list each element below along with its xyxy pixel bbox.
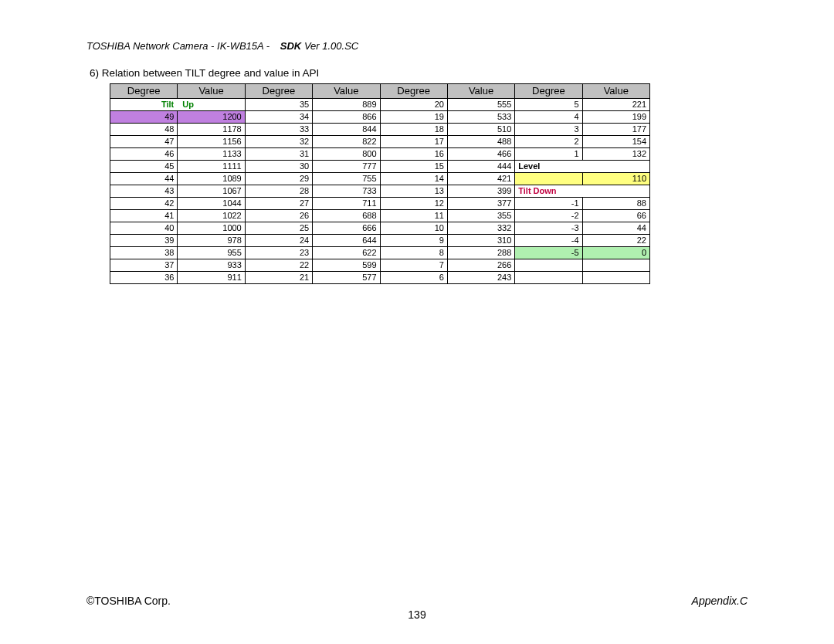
- table-row: 36911215776243: [110, 272, 650, 284]
- cell-degree: -1: [515, 198, 582, 210]
- cell-degree: 9: [380, 235, 447, 247]
- cell-value: 288: [447, 247, 514, 259]
- cell-degree: 29: [245, 173, 312, 185]
- cell-degree: 38: [110, 247, 178, 259]
- table-row: 48117833844185103177: [110, 124, 650, 136]
- tilt-table: Degree Value Degree Value Degree Value D…: [110, 83, 650, 284]
- cell-degree: 31: [245, 148, 312, 161]
- cell-value: 688: [313, 210, 380, 222]
- cell-value: 1067: [178, 185, 245, 198]
- cell-value: 800: [313, 148, 380, 161]
- cell-degree: 22: [245, 259, 312, 272]
- cell-value: 1111: [178, 161, 245, 173]
- cell-value: 1156: [178, 136, 245, 148]
- cell-value: 711: [313, 198, 380, 210]
- cell-degree: 17: [380, 136, 447, 148]
- cell-value: 844: [313, 124, 380, 136]
- cell-degree: 21: [245, 272, 312, 284]
- cell-value: 266: [447, 259, 514, 272]
- page-number: 139: [86, 608, 748, 621]
- cell-degree: 13: [380, 185, 447, 198]
- cell-degree: 5: [515, 99, 582, 111]
- cell-degree: 20: [380, 99, 447, 111]
- cell-value: 488: [447, 136, 514, 148]
- section-title: 6) Relation between TILT degree and valu…: [90, 67, 748, 79]
- cell-value: 1000: [178, 222, 245, 235]
- cell-value: 0: [582, 247, 649, 259]
- cell-degree: -3: [515, 222, 582, 235]
- col-header: Value: [582, 84, 649, 99]
- cell-degree: 41: [110, 210, 178, 222]
- cell-value: 44: [582, 222, 649, 235]
- table-row: 4310672873313399Tilt Down: [110, 185, 650, 198]
- cell-value: [582, 272, 649, 284]
- cell-degree: 23: [245, 247, 312, 259]
- cell-value: 310: [447, 235, 514, 247]
- col-header: Value: [447, 84, 514, 99]
- cell-degree: 7: [380, 259, 447, 272]
- table-header-row: Degree Value Degree Value Degree Value D…: [110, 84, 650, 99]
- cell-degree: -2: [515, 210, 582, 222]
- cell-degree: 46: [110, 148, 178, 161]
- cell-value: 911: [178, 272, 245, 284]
- table-row: 46113331800164661132: [110, 148, 650, 161]
- cell-value: 599: [313, 259, 380, 272]
- cell-degree: 34: [245, 111, 312, 124]
- cell-value: 533: [447, 111, 514, 124]
- cell-value: 110: [582, 173, 649, 185]
- cell-value: 332: [447, 222, 514, 235]
- cell-value: 88: [582, 198, 649, 210]
- cell-value: 132: [582, 148, 649, 161]
- cell-degree: 33: [245, 124, 312, 136]
- cell-degree: 35: [245, 99, 312, 111]
- col-header: Degree: [110, 84, 178, 99]
- cell-degree: -4: [515, 235, 582, 247]
- table-row: 38955236228288-50: [110, 247, 650, 259]
- cell-value: 66: [582, 210, 649, 222]
- cell-value: [582, 259, 649, 272]
- col-header: Value: [178, 84, 245, 99]
- cell-value: 444: [447, 161, 514, 173]
- cell-degree: [515, 173, 582, 185]
- cell-value: 377: [447, 198, 514, 210]
- table-row: 39978246449310-422: [110, 235, 650, 247]
- cell-degree: 24: [245, 235, 312, 247]
- cell-degree: 44: [110, 173, 178, 185]
- document-page: TOSHIBA Network Camera - IK-WB15A - SDK …: [0, 0, 834, 644]
- cell-value: 399: [447, 185, 514, 198]
- col-header: Degree: [380, 84, 447, 99]
- cell-degree: 49: [110, 111, 178, 124]
- cell-value: 243: [447, 272, 514, 284]
- table-row: Tilt Up35889205555221: [110, 99, 650, 111]
- cell-degree: 27: [245, 198, 312, 210]
- cell-degree: 4: [515, 111, 582, 124]
- cell-degree: 25: [245, 222, 312, 235]
- cell-degree: 10: [380, 222, 447, 235]
- cell-value: 22: [582, 235, 649, 247]
- footer-right: Appendix.C: [692, 595, 748, 607]
- cell-value: 733: [313, 185, 380, 198]
- cell-degree: 8: [380, 247, 447, 259]
- cell-value: 510: [447, 124, 514, 136]
- cell-value: 755: [313, 173, 380, 185]
- cell-value: 866: [313, 111, 380, 124]
- cell-degree: 15: [380, 161, 447, 173]
- table-row: 4110222668811355-266: [110, 210, 650, 222]
- cell-degree: 28: [245, 185, 312, 198]
- cell-degree: 30: [245, 161, 312, 173]
- cell-value: 978: [178, 235, 245, 247]
- cell-value: 1044: [178, 198, 245, 210]
- cell-value: 1178: [178, 124, 245, 136]
- cell-degree: 45: [110, 161, 178, 173]
- cell-value: 1022: [178, 210, 245, 222]
- col-header: Degree: [515, 84, 582, 99]
- cell-value: 466: [447, 148, 514, 161]
- cell-degree: 43: [110, 185, 178, 198]
- cell-degree: 42: [110, 198, 178, 210]
- cell-degree: 32: [245, 136, 312, 148]
- table-row: 47115632822174882154: [110, 136, 650, 148]
- cell-value: 889: [313, 99, 380, 111]
- cell-value: 1089: [178, 173, 245, 185]
- cell-value: 644: [313, 235, 380, 247]
- cell-degree: 19: [380, 111, 447, 124]
